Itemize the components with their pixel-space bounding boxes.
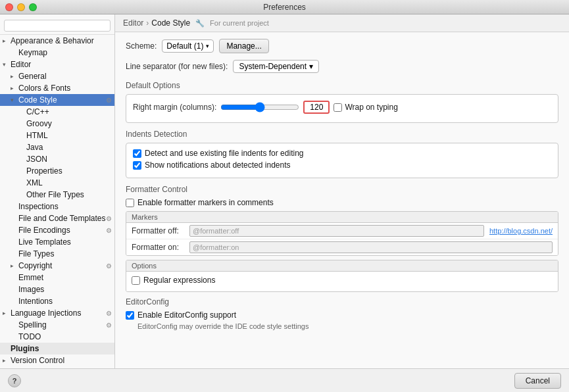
sidebar-item-properties[interactable]: Properties xyxy=(0,165,114,177)
enable-formatter-checkbox[interactable] xyxy=(126,199,134,207)
window-title: Preferences xyxy=(263,3,306,12)
show-notifications-label: Show notifications about detected indent… xyxy=(145,160,290,170)
formatter-on-row: Formatter on: xyxy=(126,239,558,255)
wrap-on-typing-checkbox[interactable] xyxy=(334,103,342,112)
formatter-off-row: Formatter off: http://blog.csdn.net/ xyxy=(126,223,558,239)
code-style-badge: ⚙ xyxy=(106,97,112,104)
bottom-left: ? xyxy=(8,374,21,387)
sidebar-item-file-encodings[interactable]: File Encodings ⚙ xyxy=(0,224,114,236)
markers-group: Markers Formatter off: http://blog.csdn.… xyxy=(126,211,558,256)
sidebar-search-container xyxy=(0,17,114,35)
sidebar-item-other-file-types[interactable]: Other File Types xyxy=(0,189,114,201)
sidebar-item-spelling[interactable]: Spelling ⚙ xyxy=(0,319,114,331)
regex-checkbox[interactable] xyxy=(132,276,140,285)
options-group: Options Regular expressions xyxy=(126,260,558,292)
scheme-value: Default (1) xyxy=(166,41,203,51)
sidebar-item-c-cpp[interactable]: C/C++ xyxy=(0,106,114,118)
sidebar-item-appearance[interactable]: Appearance & Behavior xyxy=(0,35,114,47)
enable-editorconfig-checkbox[interactable] xyxy=(126,311,134,320)
sidebar-item-code-style[interactable]: Code Style ⚙ xyxy=(0,94,114,106)
main-container: Appearance & Behavior Keymap Editor Gene… xyxy=(0,14,569,392)
sidebar-item-keymap[interactable]: Keymap xyxy=(0,47,114,59)
cancel-button[interactable]: Cancel xyxy=(514,373,561,389)
right-margin-slider[interactable] xyxy=(220,100,299,114)
file-encodings-badge: ⚙ xyxy=(106,227,112,234)
detect-indents-label: Detect and use existing file indents for… xyxy=(145,149,303,158)
breadcrumb-code-style: Code Style xyxy=(151,18,190,28)
formatter-on-label: Formatter on: xyxy=(132,243,184,252)
scheme-dropdown[interactable]: Default (1) ▾ xyxy=(162,39,214,53)
sidebar-item-images[interactable]: Images xyxy=(0,283,114,295)
sidebar-item-html[interactable]: HTML xyxy=(0,130,114,141)
arrow-icon xyxy=(11,85,18,91)
sidebar-item-intentions[interactable]: Intentions xyxy=(0,295,114,307)
main-content: Editor › Code Style 🔧 For current projec… xyxy=(115,14,569,368)
sidebar-item-emmet[interactable]: Emmet xyxy=(0,272,114,283)
sidebar-item-file-types[interactable]: File Types xyxy=(0,248,114,260)
sidebar-item-xml[interactable]: XML xyxy=(0,177,114,189)
arrow-icon xyxy=(3,310,11,316)
wrap-on-typing-label: Wrap on typing xyxy=(345,103,398,112)
sidebar-item-colors-fonts[interactable]: Colors & Fonts xyxy=(0,82,114,94)
scheme-label: Scheme: xyxy=(126,41,157,51)
sidebar-item-live-templates[interactable]: Live Templates xyxy=(0,236,114,248)
right-margin-row: Right margin (columns): 120 Wrap on typi… xyxy=(133,100,551,114)
window-controls[interactable] xyxy=(5,3,37,11)
regex-label: Regular expressions xyxy=(143,276,215,285)
copyright-badge: ⚙ xyxy=(106,262,112,270)
separator-value: System-Dependent xyxy=(239,62,307,71)
breadcrumb-editor: Editor xyxy=(123,18,143,28)
sidebar-item-copyright[interactable]: Copyright ⚙ xyxy=(0,260,114,272)
bottom-right: Cancel xyxy=(514,373,561,389)
arrow-icon xyxy=(3,61,11,68)
sidebar-item-file-and-code-templates[interactable]: File and Code Templates ⚙ xyxy=(0,212,114,224)
separator-arrow-icon: ▾ xyxy=(309,62,313,71)
spelling-badge: ⚙ xyxy=(106,322,112,329)
sidebar-item-inspections[interactable]: Inspections xyxy=(0,201,114,212)
separator-row: Line separator (for new files): System-D… xyxy=(126,60,558,73)
arrow-icon xyxy=(3,357,11,364)
default-options-box: Right margin (columns): 120 Wrap on typi… xyxy=(126,94,558,123)
sidebar-item-language-injections[interactable]: Language Injections ⚙ xyxy=(0,307,114,319)
sidebar: Appearance & Behavior Keymap Editor Gene… xyxy=(0,14,115,368)
options-title: Options xyxy=(126,260,558,272)
sidebar-item-editor[interactable]: Editor xyxy=(0,59,114,70)
titlebar: Preferences xyxy=(0,0,569,14)
options-inner: Regular expressions xyxy=(126,272,558,291)
bottom-bar: ? Cancel xyxy=(0,368,569,392)
enable-editorconfig-label: Enable EditorConfig support xyxy=(137,310,236,320)
file-templates-badge: ⚙ xyxy=(106,215,112,222)
content-body: Scheme: Default (1) ▾ Manage... Line sep… xyxy=(115,32,569,337)
sidebar-item-java[interactable]: Java xyxy=(0,141,114,153)
sidebar-item-general[interactable]: General xyxy=(0,70,114,82)
detect-indents-checkbox[interactable] xyxy=(133,149,141,158)
manage-button[interactable]: Manage... xyxy=(219,39,268,53)
sidebar-item-version-control[interactable]: Version Control xyxy=(0,355,114,366)
arrow-icon xyxy=(3,37,11,44)
arrow-icon xyxy=(11,73,18,80)
lang-injections-badge: ⚙ xyxy=(106,310,112,317)
help-button[interactable]: ? xyxy=(8,374,21,387)
separator-label: Line separator (for new files): xyxy=(126,62,228,71)
regex-row: Regular expressions xyxy=(132,276,553,285)
close-button[interactable] xyxy=(5,3,13,11)
minimize-button[interactable] xyxy=(17,3,25,11)
show-notifications-checkbox[interactable] xyxy=(133,161,141,170)
sidebar-item-json[interactable]: JSON xyxy=(0,153,114,165)
sidebar-item-todo[interactable]: TODO xyxy=(0,331,114,343)
editorconfig-note: EditorConfig may override the IDE code s… xyxy=(137,322,558,330)
editorconfig-section: EditorConfig Enable EditorConfig support… xyxy=(126,297,558,330)
arrow-icon xyxy=(11,262,18,269)
formatter-off-link[interactable]: http://blog.csdn.net/ xyxy=(489,227,553,235)
sidebar-search-input[interactable] xyxy=(4,20,111,32)
right-margin-value[interactable]: 120 xyxy=(303,101,330,114)
maximize-button[interactable] xyxy=(29,3,37,11)
separator-dropdown[interactable]: System-Dependent ▾ xyxy=(233,60,319,73)
markers-title: Markers xyxy=(126,212,558,223)
indents-detection-box: Detect and use existing file indents for… xyxy=(126,143,558,178)
sidebar-item-plugins[interactable]: Plugins xyxy=(0,343,114,355)
indents-detection-title: Indents Detection xyxy=(126,130,558,139)
enable-formatter-row: Enable formatter markers in comments xyxy=(126,198,558,207)
scheme-row: Scheme: Default (1) ▾ Manage... xyxy=(126,39,558,53)
sidebar-item-groovy[interactable]: Groovy xyxy=(0,118,114,130)
